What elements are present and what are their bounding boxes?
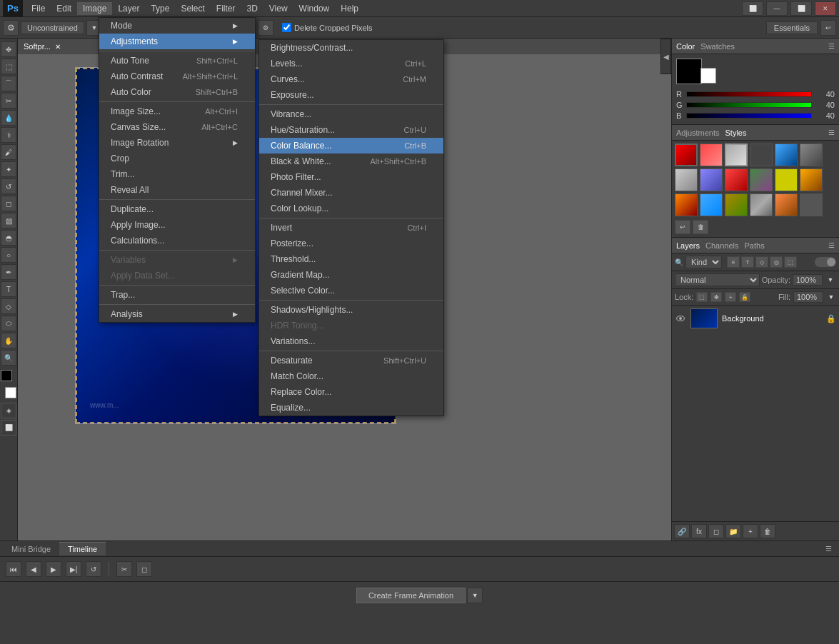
menu-3d[interactable]: 3D <box>241 2 263 15</box>
filter-btn-5[interactable]: ⬚ <box>784 256 797 268</box>
style-swatch-12[interactable] <box>800 168 823 191</box>
adj-panel-menu[interactable]: ☰ <box>828 129 835 136</box>
select-tool[interactable]: ⬚ <box>1 59 16 74</box>
adj-selective-color[interactable]: Selective Color... <box>259 283 443 298</box>
quick-mask-btn[interactable]: ◈ <box>1 403 16 418</box>
image-menu-trap[interactable]: Trap... <box>99 287 255 303</box>
new-layer-btn[interactable]: + <box>743 524 758 538</box>
path-tool[interactable]: ◇ <box>1 298 16 314</box>
add-mask-btn[interactable]: ◻ <box>708 524 724 538</box>
opacity-arrow[interactable]: ▼ <box>825 274 836 286</box>
foreground-color[interactable] <box>1 370 12 381</box>
menu-image[interactable]: Image <box>77 2 112 15</box>
style-swatch-6[interactable] <box>800 144 823 166</box>
gradient-tool[interactable]: ▨ <box>1 213 16 228</box>
foreground-background-colors[interactable] <box>1 370 16 398</box>
layers-panel-menu[interactable]: ☰ <box>828 241 835 249</box>
bg-color-swatch[interactable] <box>700 68 716 84</box>
workspace-btn[interactable]: Essentials <box>766 21 818 34</box>
stamp-tool[interactable]: ✦ <box>1 161 16 177</box>
link-layers-btn[interactable]: 🔗 <box>674 524 690 538</box>
color-panel-menu[interactable]: ☰ <box>828 42 835 50</box>
adj-curves[interactable]: Curves... Ctrl+M <box>259 71 443 87</box>
adj-gradient-map[interactable]: Gradient Map... <box>259 267 443 283</box>
adj-levels[interactable]: Levels... Ctrl+L <box>259 56 443 71</box>
shape-tool[interactable]: ⬭ <box>1 316 16 331</box>
style-swatch-11[interactable] <box>775 168 798 191</box>
history-tool[interactable]: ↺ <box>1 178 16 194</box>
adj-black-white[interactable]: Black & White... Alt+Shift+Ctrl+B <box>259 154 443 169</box>
style-swatch-1[interactable] <box>675 144 698 166</box>
tl-prev-btn[interactable]: ◀ <box>26 561 41 577</box>
adj-variations[interactable]: Variations... <box>259 333 443 349</box>
constraint-dropdown[interactable]: Unconstrained <box>21 21 84 34</box>
blend-mode-select[interactable]: Normal <box>675 273 760 286</box>
adj-match-color[interactable]: Match Color... <box>259 368 443 384</box>
move-tool[interactable]: ✥ <box>1 41 16 57</box>
image-menu-canvas-size[interactable]: Canvas Size... Alt+Ctrl+C <box>99 119 255 135</box>
filter-btn-3[interactable]: ◇ <box>755 256 768 268</box>
close-btn[interactable]: ✕ <box>815 1 836 16</box>
adj-exposure[interactable]: Exposure... <box>259 87 443 103</box>
adj-desaturate[interactable]: Desaturate Shift+Ctrl+U <box>259 353 443 368</box>
style-swatch-5[interactable] <box>775 144 798 166</box>
style-swatch-2[interactable] <box>700 144 723 166</box>
hand-tool[interactable]: ✋ <box>1 333 16 348</box>
background-color[interactable] <box>5 387 16 398</box>
image-menu-calculations[interactable]: Calculations... <box>99 233 255 248</box>
style-swatch-15[interactable] <box>725 193 748 216</box>
color-tab[interactable]: Color <box>676 42 695 51</box>
image-menu-auto-contrast[interactable]: Auto Contrast Alt+Shift+Ctrl+L <box>99 69 255 84</box>
layer-row-background[interactable]: Background 🔒 <box>672 306 839 331</box>
style-swatch-3[interactable] <box>725 144 748 166</box>
menu-file[interactable]: File <box>26 2 51 15</box>
adj-color-balance[interactable]: Color Balance... Ctrl+B <box>259 138 443 154</box>
undo-btn[interactable]: ↩ <box>820 20 836 36</box>
channels-tab[interactable]: Channels <box>705 241 738 250</box>
lock-px-btn[interactable]: ⬚ <box>696 292 708 302</box>
brush-tool[interactable]: 🖌 <box>1 144 16 160</box>
screen-mode-btn[interactable]: ⬜ <box>1 420 16 436</box>
tool-option-btn[interactable]: ⚙ <box>3 20 19 36</box>
layers-tab[interactable]: Layers <box>676 241 700 250</box>
tl-go-first-btn[interactable]: ⏮ <box>6 561 21 577</box>
paths-tab[interactable]: Paths <box>745 241 765 250</box>
adj-replace-color[interactable]: Replace Color... <box>259 384 443 400</box>
timeline-tab[interactable]: Timeline <box>59 542 106 555</box>
menu-layer[interactable]: Layer <box>112 2 145 15</box>
adj-hdr-toning[interactable]: HDR Toning... <box>259 318 443 333</box>
style-swatch-17[interactable] <box>775 193 798 216</box>
adj-equalize[interactable]: Equalize... <box>259 400 443 416</box>
filter-btn-1[interactable]: ≡ <box>727 256 740 268</box>
adj-shadows-highlights[interactable]: Shadows/Highlights... <box>259 302 443 318</box>
style-swatch-13[interactable] <box>675 193 698 216</box>
menu-select[interactable]: Select <box>175 2 210 15</box>
image-menu-auto-color[interactable]: Auto Color Shift+Ctrl+B <box>99 84 255 100</box>
image-menu-trim[interactable]: Trim... <box>99 166 255 182</box>
tl-loop-btn[interactable]: ↺ <box>86 561 101 577</box>
tl-play-btn[interactable]: ▶ <box>46 561 61 577</box>
delete-layer-btn[interactable]: 🗑 <box>760 524 775 538</box>
image-menu-analysis[interactable]: Analysis ▶ <box>99 306 255 322</box>
pen-tool[interactable]: ✒ <box>1 264 16 280</box>
restore-btn[interactable]: ⬜ <box>790 1 812 16</box>
tl-audio-btn[interactable]: ◻ <box>136 561 152 577</box>
image-menu-duplicate[interactable]: Duplicate... <box>99 201 255 217</box>
adj-icon-2[interactable]: 🗑 <box>693 220 708 234</box>
style-swatch-9[interactable] <box>725 168 748 191</box>
adj-vibrance[interactable]: Vibrance... <box>259 106 443 122</box>
swatches-tab[interactable]: Swatches <box>700 42 735 51</box>
style-swatch-7[interactable] <box>675 168 698 191</box>
arrange-btn[interactable]: ⬜ <box>742 1 763 16</box>
fg-color-swatch[interactable] <box>676 59 702 84</box>
style-swatch-14[interactable] <box>700 193 723 216</box>
fill-value[interactable]: 100% <box>793 291 823 303</box>
settings-icon[interactable]: ⚙ <box>258 20 273 36</box>
adj-posterize[interactable]: Posterize... <box>259 236 443 251</box>
menu-help[interactable]: Help <box>335 2 364 15</box>
filter-toggle[interactable] <box>815 257 836 267</box>
bottom-panel-menu[interactable]: ☰ <box>825 545 832 553</box>
image-menu-apply-image[interactable]: Apply Image... <box>99 217 255 233</box>
image-menu-apply-data-set[interactable]: Apply Data Set... <box>99 268 255 283</box>
filter-btn-4[interactable]: ◎ <box>770 256 783 268</box>
